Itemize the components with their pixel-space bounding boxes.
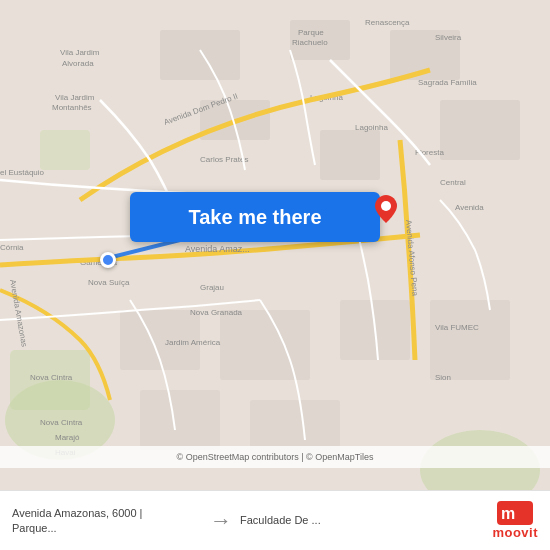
svg-text:Avenida: Avenida [455, 203, 484, 212]
svg-text:Vila Jardim: Vila Jardim [60, 48, 100, 57]
svg-text:Renascença: Renascença [365, 18, 410, 27]
footer-arrow-icon: → [210, 508, 232, 534]
destination-marker [375, 195, 397, 223]
svg-text:Córnia: Córnia [0, 243, 24, 252]
svg-text:Montanhês: Montanhês [52, 103, 92, 112]
origin-marker [100, 252, 116, 268]
svg-text:m: m [501, 505, 515, 522]
svg-text:Nova Cintra: Nova Cintra [30, 373, 73, 382]
svg-text:Carlos Prates: Carlos Prates [200, 155, 248, 164]
svg-text:Jardim América: Jardim América [165, 338, 221, 347]
svg-text:Lagoinha: Lagoinha [355, 123, 388, 132]
svg-text:Nova Suíça: Nova Suíça [88, 278, 130, 287]
take-me-there-button[interactable]: Take me there [130, 192, 380, 242]
svg-text:Parque: Parque [298, 28, 324, 37]
svg-rect-12 [220, 310, 310, 380]
footer-origin-text: Avenida Amazonas, 6000 | Parque... [12, 506, 172, 535]
svg-rect-5 [160, 30, 240, 80]
svg-text:Central: Central [440, 178, 466, 187]
moovit-logo-icon: m [497, 501, 533, 525]
map-container: Vila Jardim Alvorada Vila Jardim Montanh… [0, 0, 550, 490]
svg-text:Silveira: Silveira [435, 33, 462, 42]
svg-text:Sion: Sion [435, 373, 451, 382]
footer-bar: Avenida Amazonas, 6000 | Parque... → Fac… [0, 490, 550, 550]
moovit-brand-text: moovit [492, 525, 538, 540]
footer-origin: Avenida Amazonas, 6000 | Parque... [12, 506, 202, 535]
footer-destination: Faculdade De ... [240, 513, 400, 527]
svg-text:Sagrada Família: Sagrada Família [418, 78, 477, 87]
svg-text:Avenida Amaz...: Avenida Amaz... [185, 244, 250, 254]
svg-rect-8 [440, 100, 520, 160]
svg-text:Vila Jardim: Vila Jardim [55, 93, 95, 102]
svg-text:Riachuelo: Riachuelo [292, 38, 328, 47]
map-attribution: © OpenStreetMap contributors | © OpenMap… [0, 446, 550, 468]
svg-text:el Eustáquio: el Eustáquio [0, 168, 45, 177]
attribution-text: © OpenStreetMap contributors | © OpenMap… [177, 452, 374, 462]
svg-text:Alvorada: Alvorada [62, 59, 94, 68]
svg-text:Grajau: Grajau [200, 283, 224, 292]
svg-rect-15 [140, 390, 220, 450]
footer-destination-text: Faculdade De ... [240, 513, 400, 527]
svg-text:Nova Granada: Nova Granada [190, 308, 243, 317]
svg-text:Vila FUMEC: Vila FUMEC [435, 323, 479, 332]
moovit-logo: m moovit [492, 501, 538, 540]
svg-rect-9 [320, 130, 380, 180]
svg-text:Nova Cintra: Nova Cintra [40, 418, 83, 427]
svg-rect-14 [430, 300, 510, 380]
map-background: Vila Jardim Alvorada Vila Jardim Montanh… [0, 0, 550, 490]
svg-rect-4 [40, 130, 90, 170]
svg-point-49 [381, 201, 391, 211]
svg-text:Marajó: Marajó [55, 433, 80, 442]
